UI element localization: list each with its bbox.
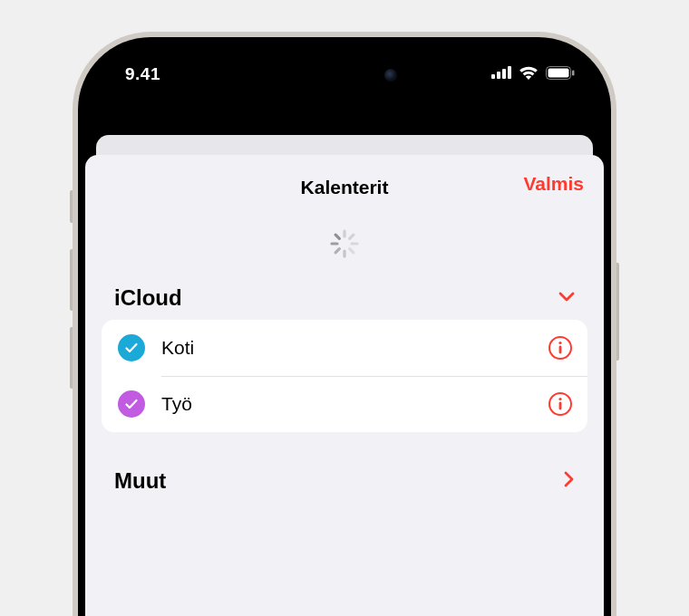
svg-rect-0 — [491, 74, 495, 79]
calendar-list-icloud: Koti — [102, 320, 587, 432]
calendar-row[interactable]: Työ — [102, 376, 587, 432]
phone-frame: 9.41 — [73, 32, 616, 616]
checkmark-icon[interactable] — [118, 334, 145, 361]
calendar-label: Työ — [161, 393, 531, 415]
cellular-icon — [491, 66, 511, 82]
svg-point-16 — [558, 342, 561, 344]
sheet-title: Kalenterit — [301, 177, 389, 198]
svg-line-10 — [350, 249, 354, 253]
svg-rect-2 — [502, 69, 506, 79]
battery-icon — [546, 66, 575, 83]
wifi-icon — [519, 65, 539, 83]
sheet-header: Kalenterit Valmis — [102, 173, 587, 202]
dynamic-island — [281, 57, 408, 93]
section-title: Muut — [114, 468, 166, 494]
front-camera — [384, 69, 397, 82]
done-button[interactable]: Valmis — [523, 173, 584, 195]
checkmark-icon[interactable] — [118, 390, 145, 418]
chevron-down-icon — [558, 290, 575, 306]
info-icon[interactable] — [548, 335, 573, 361]
svg-line-8 — [350, 235, 354, 238]
section-header-other[interactable]: Muut — [102, 463, 587, 503]
phone-screen: 9.41 — [78, 37, 611, 616]
chevron-right-icon — [564, 471, 575, 491]
svg-rect-1 — [497, 72, 500, 79]
info-icon[interactable] — [548, 391, 573, 417]
section-header-icloud[interactable]: iCloud — [102, 280, 587, 320]
svg-rect-20 — [559, 402, 562, 410]
svg-rect-3 — [508, 66, 511, 79]
svg-line-14 — [335, 235, 339, 238]
svg-point-19 — [558, 398, 561, 400]
calendar-row[interactable]: Koti — [102, 320, 587, 376]
calendars-sheet: Kalenterit Valmis — [85, 155, 604, 616]
svg-rect-17 — [559, 346, 562, 354]
section-title: iCloud — [114, 285, 182, 311]
status-time: 9.41 — [125, 64, 160, 84]
svg-line-12 — [335, 249, 339, 253]
calendar-label: Koti — [161, 337, 531, 359]
svg-rect-6 — [572, 70, 575, 75]
svg-rect-5 — [548, 68, 569, 77]
loading-spinner-icon — [328, 227, 361, 260]
